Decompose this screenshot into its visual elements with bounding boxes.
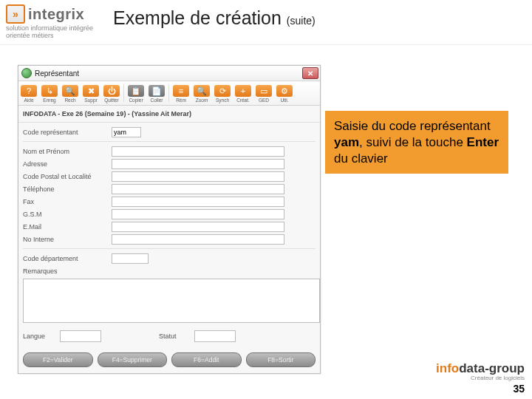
no-interne-input[interactable]: [112, 234, 284, 245]
remarques-label: Remarques: [23, 267, 112, 275]
code-departement-label: Code département: [23, 255, 112, 262]
form-area: Code représentant Nom et PrénomAdresseCo…: [18, 123, 320, 347]
field-label: Code Postal et Localité: [23, 173, 112, 180]
zoom-icon: 🔍: [194, 85, 210, 97]
nom-et-pr-nom-input[interactable]: [112, 146, 284, 157]
app-f6addit-button[interactable]: F6=Addit: [171, 352, 242, 367]
aide-icon: ?: [21, 85, 37, 97]
rech-icon: 🔍: [62, 85, 78, 97]
quitter-icon: ⏻: [103, 85, 120, 97]
window-close-button[interactable]: ✕: [302, 67, 318, 79]
app-icon: [21, 68, 32, 78]
toolbar-ged-button[interactable]: ▭GED: [253, 81, 274, 105]
app-window: Représentant ✕ ?Aide↳Enreg🔍Rech✖Suppr⏻Qu…: [18, 65, 321, 374]
synch-icon: ⟳: [214, 85, 231, 97]
toolbar-crat-button[interactable]: +Créat.: [233, 81, 253, 105]
brand-name: integrix: [28, 6, 84, 23]
statut-label: Statut: [159, 332, 188, 340]
field-label: Fax: [23, 198, 112, 205]
field-label: Nom et Prénom: [23, 148, 112, 155]
toolbar-label: Rém: [176, 98, 186, 103]
copier-icon: 📋: [128, 85, 144, 97]
toolbar-util-button[interactable]: ⚙Util.: [274, 81, 295, 105]
ged-icon: ▭: [256, 85, 272, 97]
brand-mark-icon: »: [6, 4, 25, 24]
toolbar-label: Suppr: [84, 98, 97, 103]
enreg-icon: ↳: [41, 85, 58, 97]
window-titlebar: Représentant ✕: [18, 66, 320, 81]
fax-input[interactable]: [112, 197, 284, 207]
toolbar: ?Aide↳Enreg🔍Rech✖Suppr⏻Quitter📋Copier📄Co…: [18, 81, 320, 106]
toolbar-label: Util.: [280, 98, 288, 103]
app-f4supprimer-button[interactable]: F4=Supprimer: [98, 352, 168, 367]
toolbar-label: Coller: [151, 98, 163, 103]
field-label: E.Mail: [23, 223, 112, 231]
toolbar-label: Créat.: [236, 98, 250, 103]
footer-brand: infodata-group: [436, 361, 525, 376]
code-departement-input[interactable]: [112, 253, 149, 264]
toolbar-copier-button[interactable]: 📋Copier: [126, 81, 146, 105]
page-number: 35: [436, 383, 525, 395]
remarques-textarea[interactable]: [23, 279, 320, 323]
close-icon: ✕: [307, 69, 313, 78]
langue-label: Langue: [23, 332, 54, 340]
toolbar-label: GED: [259, 98, 269, 103]
rm-icon: ≡: [173, 85, 189, 97]
brand-logo: » integrix solution informatique intégré…: [6, 4, 113, 39]
toolbar-quitter-button[interactable]: ⏻Quitter: [101, 81, 122, 105]
toolbar-zoom-button[interactable]: 🔍Zoom: [191, 81, 212, 105]
app-f2valider-button[interactable]: F2=Valider: [23, 352, 93, 367]
app-button-bar: F2=ValiderF4=SupprimerF6=AdditF8=Sortir: [18, 347, 320, 373]
app-f8sortir-button[interactable]: F8=Sortir: [246, 352, 316, 367]
g-s-m-input[interactable]: [112, 209, 284, 219]
code-representant-label: Code représentant: [23, 129, 112, 136]
toolbar-label: Aide: [24, 98, 33, 103]
field-label: G.S.M: [23, 211, 112, 218]
toolbar-label: Copier: [129, 98, 143, 103]
divider: [0, 44, 532, 45]
brand-tagline: solution informatique intégrée orientée …: [6, 24, 113, 39]
e-mail-input[interactable]: [112, 222, 284, 232]
toolbar-enreg-button[interactable]: ↳Enreg: [39, 81, 60, 105]
toolbar-label: Rech: [64, 98, 75, 103]
toolbar-suppr-button[interactable]: ✖Suppr: [81, 81, 101, 105]
toolbar-label: Enreg: [43, 98, 55, 103]
toolbar-aide-button[interactable]: ?Aide: [18, 81, 39, 105]
util-icon: ⚙: [276, 85, 293, 97]
slide-title: Exemple de création (suite): [113, 4, 316, 29]
toolbar-coller-button[interactable]: 📄Coller: [146, 81, 167, 105]
context-line: INFODATA - Exe 26 (Semaine 19) - (Yassin…: [18, 106, 320, 123]
code-postal-et-localit--input[interactable]: [112, 171, 284, 182]
statut-input[interactable]: [194, 330, 236, 342]
coller-icon: 📄: [149, 85, 165, 97]
field-label: No Interne: [23, 236, 112, 243]
suppr-icon: ✖: [83, 85, 99, 97]
toolbar-rm-button[interactable]: ≡Rém: [171, 81, 191, 105]
slide-footer: infodata-group Créateur de logiciels 35: [436, 361, 525, 395]
toolbar-label: Zoom: [196, 98, 208, 103]
instruction-callout: Saisie du code représentant yam, suivi d…: [325, 111, 508, 174]
code-representant-input[interactable]: [112, 127, 141, 137]
field-label: Téléphone: [23, 185, 112, 193]
t-l-phone-input[interactable]: [112, 184, 284, 194]
adresse-input[interactable]: [112, 159, 284, 169]
field-label: Adresse: [23, 160, 112, 168]
toolbar-label: Synch: [216, 98, 229, 103]
toolbar-rech-button[interactable]: 🔍Rech: [60, 81, 81, 105]
crat-icon: +: [235, 85, 251, 97]
toolbar-synch-button[interactable]: ⟳Synch: [212, 81, 233, 105]
langue-input[interactable]: [60, 330, 101, 342]
toolbar-label: Quitter: [104, 98, 119, 103]
window-title: Représentant: [35, 69, 79, 78]
